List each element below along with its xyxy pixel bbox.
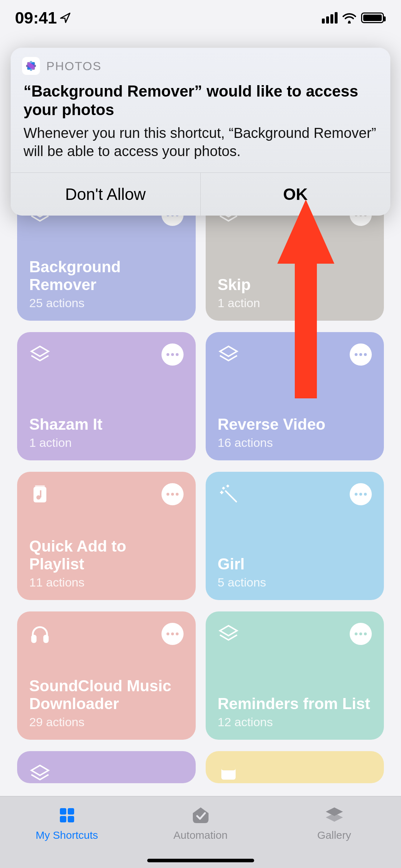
svg-rect-27 xyxy=(68,816,74,822)
svg-marker-29 xyxy=(326,813,343,822)
grid-icon xyxy=(57,805,77,826)
tab-gallery[interactable]: Gallery xyxy=(267,796,401,868)
location-icon xyxy=(59,12,71,24)
svg-point-15 xyxy=(348,21,350,23)
tab-label: Gallery xyxy=(317,829,351,841)
tab-label: My Shortcuts xyxy=(36,829,98,841)
ok-button[interactable]: OK xyxy=(201,173,391,216)
wifi-icon xyxy=(342,12,357,24)
photos-app-icon xyxy=(22,57,40,75)
svg-rect-25 xyxy=(68,808,74,815)
tab-automation[interactable]: Automation xyxy=(134,796,267,868)
tab-label: Automation xyxy=(174,829,228,841)
tab-bar: My Shortcuts Automation Gallery xyxy=(0,796,401,868)
status-bar: 09:41 xyxy=(0,0,401,36)
status-time: 09:41 xyxy=(15,8,57,27)
battery-icon xyxy=(361,12,384,23)
permission-alert: PHOTOS “Background Remover” would like t… xyxy=(11,48,390,216)
alert-message: Whenever you run this shortcut, “Backgro… xyxy=(24,124,377,160)
tab-my-shortcuts[interactable]: My Shortcuts xyxy=(0,796,134,868)
automation-icon xyxy=(191,805,211,826)
alert-title: “Background Remover” would like to acces… xyxy=(24,82,377,119)
dont-allow-button[interactable]: Don't Allow xyxy=(11,173,201,216)
home-indicator[interactable] xyxy=(147,859,254,862)
svg-rect-24 xyxy=(60,808,66,815)
alert-app-label: PHOTOS xyxy=(46,59,102,73)
cellular-signal-icon xyxy=(322,12,338,24)
gallery-icon xyxy=(324,805,344,826)
svg-rect-26 xyxy=(60,816,66,822)
